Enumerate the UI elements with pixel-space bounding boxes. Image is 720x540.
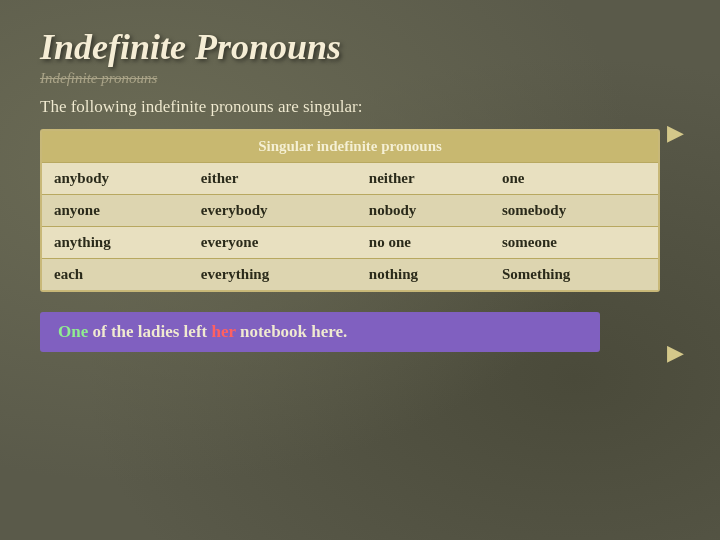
table-row: eacheverythingnothingSomething [42,258,658,290]
table-cell: no one [357,226,490,258]
page-subtitle-strikethrough: Indefinite pronouns [40,70,680,87]
table-cell: everybody [189,194,357,226]
example-sentence: One of the ladies left her notebook here… [40,312,600,352]
example-text-middle: of the ladies left [88,322,211,341]
table-row: anybodyeitherneitherone [42,162,658,194]
pronouns-table: Singular indefinite pronouns anybodyeith… [42,131,658,290]
page-description: The following indefinite pronouns are si… [40,97,680,117]
table-cell: anything [42,226,189,258]
table-cell: nothing [357,258,490,290]
table-cell: Something [490,258,658,290]
table-cell: one [490,162,658,194]
page-container: Indefinite Pronouns Indefinite pronouns … [0,0,720,372]
table-cell: everything [189,258,357,290]
table-cell: someone [490,226,658,258]
table-cell: neither [357,162,490,194]
example-word-one: One [58,322,88,341]
example-text-suffix: notebook here. [236,322,348,341]
table-cell: everyone [189,226,357,258]
table-cell: nobody [357,194,490,226]
page-title: Indefinite Pronouns [40,28,680,68]
example-word-her: her [211,322,235,341]
table-cell: either [189,162,357,194]
table-cell: anyone [42,194,189,226]
table-row: anyoneeverybodynobodysomebody [42,194,658,226]
nav-arrow-bottom-icon[interactable]: ▶ [667,340,684,366]
table-header: Singular indefinite pronouns [42,131,658,163]
table-cell: each [42,258,189,290]
table-cell: anybody [42,162,189,194]
table-row: anythingeveryoneno onesomeone [42,226,658,258]
pronouns-table-wrapper: Singular indefinite pronouns anybodyeith… [40,129,660,292]
nav-arrow-right-icon[interactable]: ▶ [667,120,684,146]
table-cell: somebody [490,194,658,226]
